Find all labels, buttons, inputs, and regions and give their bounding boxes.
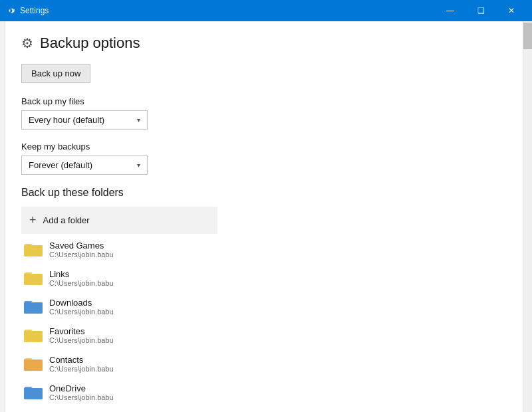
gear-icon: ⚙: [21, 35, 33, 51]
main-content: ⚙ Backup options Back up now Back up my …: [0, 21, 532, 412]
page-header: ⚙ Backup options: [21, 35, 507, 52]
title-bar-title: Settings: [20, 6, 49, 15]
folder-name: Downloads: [49, 298, 114, 308]
svg-rect-3: [24, 247, 43, 256]
keep-duration-value: Forever (default): [29, 160, 92, 170]
folder-name: Favorites: [49, 326, 114, 336]
scrollbar[interactable]: [523, 21, 532, 412]
folder-icon: [24, 328, 43, 344]
minimize-button[interactable]: —: [435, 0, 466, 21]
folder-path: C:\Users\jobin.babu: [49, 393, 114, 401]
keep-backups-label: Keep my backups: [21, 142, 507, 152]
dropdown-arrow-icon: ▾: [137, 116, 140, 124]
folder-name: Contacts: [49, 355, 114, 365]
svg-rect-15: [24, 332, 43, 342]
backup-files-label: Back up my files: [21, 96, 507, 106]
folder-path: C:\Users\jobin.babu: [49, 279, 114, 287]
add-folder-button[interactable]: + Add a folder: [21, 207, 217, 234]
title-bar-controls: — ❑ ✕: [435, 0, 527, 21]
folder-info: Contacts C:\Users\jobin.babu: [49, 355, 114, 373]
folder-name: Links: [49, 269, 114, 279]
folder-info: Favorites C:\Users\jobin.babu: [49, 326, 114, 344]
svg-rect-19: [24, 361, 43, 370]
keep-duration-dropdown[interactable]: Forever (default) ▾: [21, 155, 148, 175]
folder-path: C:\Users\jobin.babu: [49, 365, 114, 373]
folder-item: Downloads C:\Users\jobin.babu: [21, 292, 507, 321]
folder-name: Saved Games: [49, 241, 114, 251]
plus-icon: +: [29, 213, 37, 227]
folder-icon: [24, 356, 43, 372]
dropdown-arrow-icon-2: ▾: [137, 161, 140, 169]
page-title: Backup options: [40, 35, 140, 52]
title-bar: Settings — ❑ ✕: [0, 0, 532, 21]
folder-path: C:\Users\jobin.babu: [49, 308, 114, 316]
folder-name: OneDrive: [49, 383, 114, 393]
folders-section-title: Back up these folders: [21, 187, 507, 199]
folder-info: Downloads C:\Users\jobin.babu: [49, 298, 114, 316]
title-bar-left: Settings: [5, 5, 49, 16]
svg-rect-23: [24, 389, 43, 399]
svg-rect-11: [24, 304, 43, 313]
keep-duration-wrapper: Forever (default) ▾: [21, 155, 507, 175]
backup-now-button[interactable]: Back up now: [21, 64, 90, 83]
content-area: ⚙ Backup options Back up now Back up my …: [5, 21, 523, 412]
folder-path: C:\Users\jobin.babu: [49, 251, 114, 258]
folder-icon: [24, 385, 43, 401]
settings-app-icon: [5, 5, 16, 16]
backup-frequency-wrapper: Every hour (default) ▾: [21, 110, 507, 130]
folder-icon: [24, 270, 43, 286]
folder-info: Links C:\Users\jobin.babu: [49, 269, 114, 287]
folder-icon: [24, 242, 43, 258]
close-button[interactable]: ✕: [496, 0, 527, 21]
backup-frequency-dropdown[interactable]: Every hour (default) ▾: [21, 110, 148, 130]
folder-info: OneDrive C:\Users\jobin.babu: [49, 383, 114, 401]
folder-list: Saved Games C:\Users\jobin.babu Links C:…: [21, 235, 507, 412]
folder-item: OneDrive C:\Users\jobin.babu: [21, 378, 507, 407]
folder-item: Desktop C:\Users\jobin.babu: [21, 407, 507, 412]
folder-info: Saved Games C:\Users\jobin.babu: [49, 241, 114, 258]
folder-item: Contacts C:\Users\jobin.babu: [21, 350, 507, 378]
svg-rect-7: [24, 275, 43, 284]
add-folder-label: Add a folder: [43, 215, 90, 225]
folder-item: Saved Games C:\Users\jobin.babu: [21, 235, 507, 264]
folder-icon: [24, 299, 43, 315]
folder-path: C:\Users\jobin.babu: [49, 336, 114, 344]
backup-frequency-value: Every hour (default): [29, 115, 104, 125]
sidebar: [0, 21, 5, 412]
maximize-button[interactable]: ❑: [466, 0, 496, 21]
folder-item: Links C:\Users\jobin.babu: [21, 264, 507, 292]
scrollbar-thumb[interactable]: [523, 23, 532, 49]
folder-item: Favorites C:\Users\jobin.babu: [21, 321, 507, 350]
